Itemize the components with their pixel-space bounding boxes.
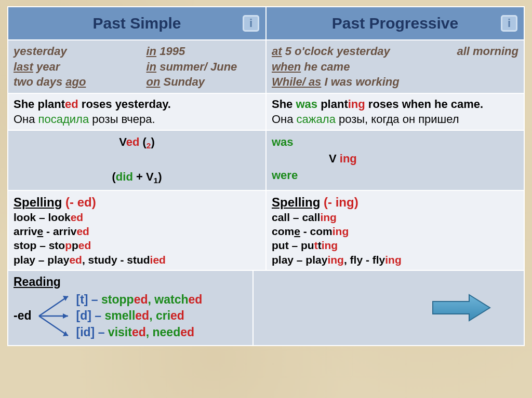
tw-when: when he came — [272, 59, 518, 75]
time-words-simple: yesterday last year two days ago in 1995… — [8, 40, 266, 93]
header-past-simple: Past Simple i — [8, 7, 266, 40]
tw-at-5: at 5 o'clock yesterday all morning — [272, 44, 518, 59]
header-right-title: Past Progressive — [332, 15, 458, 32]
svg-marker-3 — [63, 313, 68, 319]
tw-in-summer: in summer/ June — [147, 59, 261, 75]
formula-progressive: was V ing were — [266, 130, 524, 190]
svg-marker-1 — [63, 296, 68, 301]
svg-line-0 — [39, 296, 68, 316]
svg-line-4 — [39, 316, 68, 336]
grammar-table: Past Simple i Past Progressive i yesterd… — [7, 6, 525, 346]
reading-cell: Reading -ed [t] – stopped, watched [d] –… — [8, 270, 253, 346]
spelling-progressive: Spelling (- ing) call – calling come - c… — [266, 190, 524, 270]
formula-row: Ved (2) (did + V1) was V ing were — [8, 130, 524, 190]
ed-label: -ed — [14, 308, 32, 324]
tw-last-year: last year — [14, 59, 128, 75]
example-simple: She planted roses yesterday. Она посадил… — [8, 93, 266, 130]
example-progressive: She was planting roses when he came. Она… — [266, 93, 524, 130]
info-icon[interactable]: i — [501, 15, 517, 32]
header-past-progressive: Past Progressive i — [266, 7, 524, 40]
tw-on-sunday: on Sunday — [147, 74, 261, 90]
reading-title: Reading — [14, 274, 247, 290]
bracket-icon — [36, 290, 72, 342]
info-icon[interactable]: i — [243, 15, 259, 32]
formula-simple: Ved (2) (did + V1) — [8, 130, 266, 190]
tw-in-1995: in 1995 — [147, 44, 261, 59]
time-words-row: yesterday last year two days ago in 1995… — [8, 40, 524, 93]
tw-two-days-ago: two days ago — [14, 74, 128, 90]
tw-yesterday: yesterday — [14, 44, 128, 59]
reading-row: Reading -ed [t] – stopped, watched [d] –… — [8, 270, 524, 346]
header-left-title: Past Simple — [92, 15, 181, 32]
arrow-cell — [253, 270, 524, 346]
example-row: She planted roses yesterday. Она посадил… — [8, 93, 524, 130]
tw-while: While/ as I was working — [272, 74, 518, 90]
header-row: Past Simple i Past Progressive i — [8, 7, 524, 40]
spelling-row: Spelling (- ed) look – looked arrive - a… — [8, 190, 524, 270]
spelling-simple: Spelling (- ed) look – looked arrive - a… — [8, 190, 266, 270]
svg-marker-5 — [63, 331, 68, 336]
time-words-progressive: at 5 o'clock yesterday all morning when … — [266, 40, 524, 93]
svg-marker-6 — [433, 295, 490, 321]
next-arrow-icon[interactable] — [430, 292, 493, 323]
